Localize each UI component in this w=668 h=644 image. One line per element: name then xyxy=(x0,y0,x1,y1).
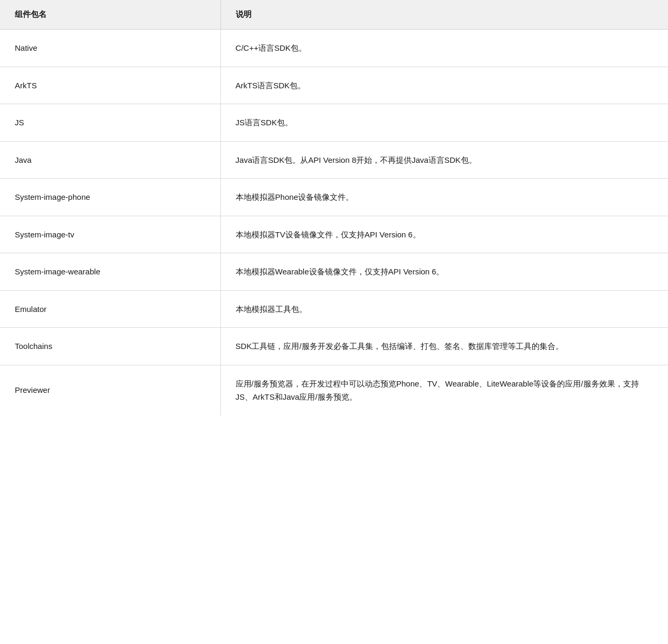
component-name-cell: Native xyxy=(0,30,220,67)
component-desc-cell: Java语言SDK包。从API Version 8开始，不再提供Java语言SD… xyxy=(220,141,668,179)
component-desc-cell: 本地模拟器TV设备镜像文件，仅支持API Version 6。 xyxy=(220,216,668,253)
component-desc-cell: C/C++语言SDK包。 xyxy=(220,30,668,67)
table-row: JavaJava语言SDK包。从API Version 8开始，不再提供Java… xyxy=(0,141,668,179)
table-row: Emulator本地模拟器工具包。 xyxy=(0,290,668,328)
component-desc-cell: 本地模拟器Wearable设备镜像文件，仅支持API Version 6。 xyxy=(220,253,668,291)
table-row: System-image-phone本地模拟器Phone设备镜像文件。 xyxy=(0,179,668,216)
component-desc-cell: 应用/服务预览器，在开发过程中可以动态预览Phone、TV、Wearable、L… xyxy=(220,365,668,416)
col-header-desc: 说明 xyxy=(220,0,668,30)
component-desc-cell: 本地模拟器工具包。 xyxy=(220,290,668,328)
table-row: NativeC/C++语言SDK包。 xyxy=(0,30,668,67)
component-name-cell: JS xyxy=(0,104,220,142)
component-name-cell: System-image-tv xyxy=(0,216,220,253)
component-name-cell: Java xyxy=(0,141,220,179)
component-name-cell: Previewer xyxy=(0,365,220,416)
table-header-row: 组件包名 说明 xyxy=(0,0,668,30)
table-row: Previewer应用/服务预览器，在开发过程中可以动态预览Phone、TV、W… xyxy=(0,365,668,416)
component-name-cell: ArkTS xyxy=(0,67,220,104)
table-row: ArkTSArkTS语言SDK包。 xyxy=(0,67,668,104)
component-desc-cell: 本地模拟器Phone设备镜像文件。 xyxy=(220,179,668,216)
component-name-cell: Emulator xyxy=(0,290,220,328)
component-name-cell: System-image-phone xyxy=(0,179,220,216)
table-row: System-image-wearable本地模拟器Wearable设备镜像文件… xyxy=(0,253,668,291)
table-row: ToolchainsSDK工具链，应用/服务开发必备工具集，包括编译、打包、签名… xyxy=(0,328,668,365)
table-row: System-image-tv本地模拟器TV设备镜像文件，仅支持API Vers… xyxy=(0,216,668,253)
component-name-cell: System-image-wearable xyxy=(0,253,220,291)
table-row: JSJS语言SDK包。 xyxy=(0,104,668,142)
component-desc-cell: JS语言SDK包。 xyxy=(220,104,668,142)
component-desc-cell: SDK工具链，应用/服务开发必备工具集，包括编译、打包、签名、数据库管理等工具的… xyxy=(220,328,668,365)
table-container: 组件包名 说明 NativeC/C++语言SDK包。ArkTSArkTS语言SD… xyxy=(0,0,668,416)
component-desc-cell: ArkTS语言SDK包。 xyxy=(220,67,668,104)
component-name-cell: Toolchains xyxy=(0,328,220,365)
col-header-name: 组件包名 xyxy=(0,0,220,30)
component-table: 组件包名 说明 NativeC/C++语言SDK包。ArkTSArkTS语言SD… xyxy=(0,0,668,416)
